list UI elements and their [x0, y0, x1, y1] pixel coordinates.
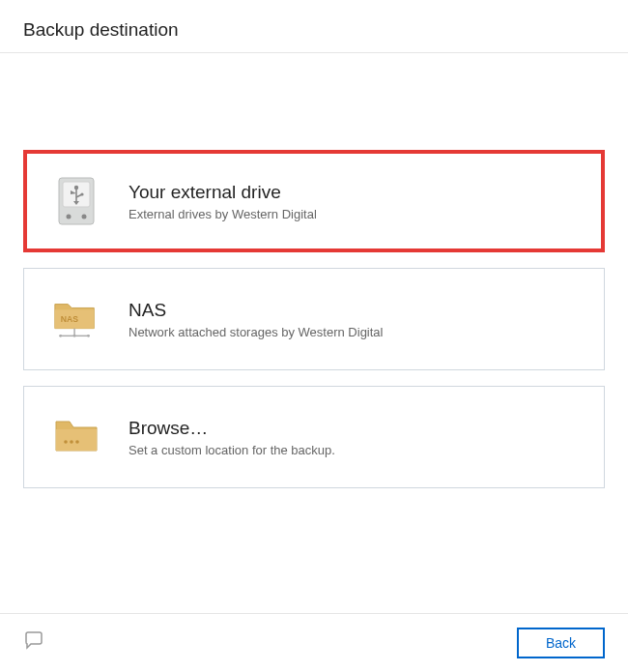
- svg-point-2: [74, 186, 78, 190]
- option-subtitle: Network attached storages by Western Dig…: [128, 325, 577, 339]
- option-title: Browse…: [128, 418, 577, 439]
- option-text: Browse… Set a custom location for the ba…: [128, 418, 577, 457]
- svg-point-4: [80, 192, 83, 195]
- page-title: Backup destination: [23, 19, 605, 41]
- option-subtitle: Set a custom location for the backup.: [128, 443, 577, 457]
- chat-icon[interactable]: [23, 631, 44, 655]
- option-subtitle: External drives by Western Digital: [128, 207, 577, 221]
- option-title: Your external drive: [128, 182, 577, 203]
- option-title: NAS: [128, 300, 577, 321]
- option-text: NAS Network attached storages by Western…: [128, 300, 577, 339]
- nas-folder-icon: NAS: [51, 294, 101, 344]
- options-list: Your external drive External drives by W…: [0, 53, 628, 613]
- option-browse[interactable]: Browse… Set a custom location for the ba…: [23, 386, 605, 488]
- svg-text:NAS: NAS: [61, 314, 79, 324]
- svg-point-6: [67, 215, 71, 219]
- svg-point-12: [87, 335, 90, 337]
- back-button[interactable]: Back: [517, 628, 605, 658]
- option-external-drive[interactable]: Your external drive External drives by W…: [23, 150, 605, 252]
- browse-folder-icon: [51, 412, 101, 462]
- page-header: Backup destination: [0, 0, 628, 53]
- svg-point-16: [75, 440, 79, 444]
- svg-point-14: [64, 440, 68, 444]
- option-text: Your external drive External drives by W…: [128, 182, 577, 221]
- svg-point-13: [73, 335, 76, 337]
- svg-point-15: [70, 440, 73, 444]
- svg-point-11: [59, 335, 62, 337]
- svg-point-7: [82, 215, 87, 219]
- usb-drive-icon: [51, 176, 101, 226]
- footer-bar: Back: [0, 613, 628, 672]
- option-nas[interactable]: NAS NAS Network attached storages by Wes…: [23, 268, 605, 370]
